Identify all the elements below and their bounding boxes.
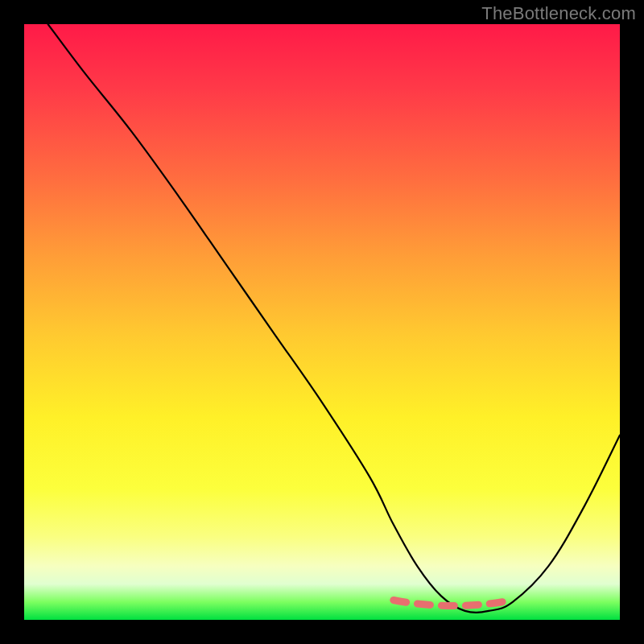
curve-svg <box>24 24 620 620</box>
watermark-text: TheBottleneck.com <box>481 3 636 24</box>
bottleneck-curve-path <box>48 24 620 613</box>
chart-frame: TheBottleneck.com <box>0 0 644 644</box>
plot-area <box>24 24 620 620</box>
trough-dash-path <box>394 601 513 606</box>
